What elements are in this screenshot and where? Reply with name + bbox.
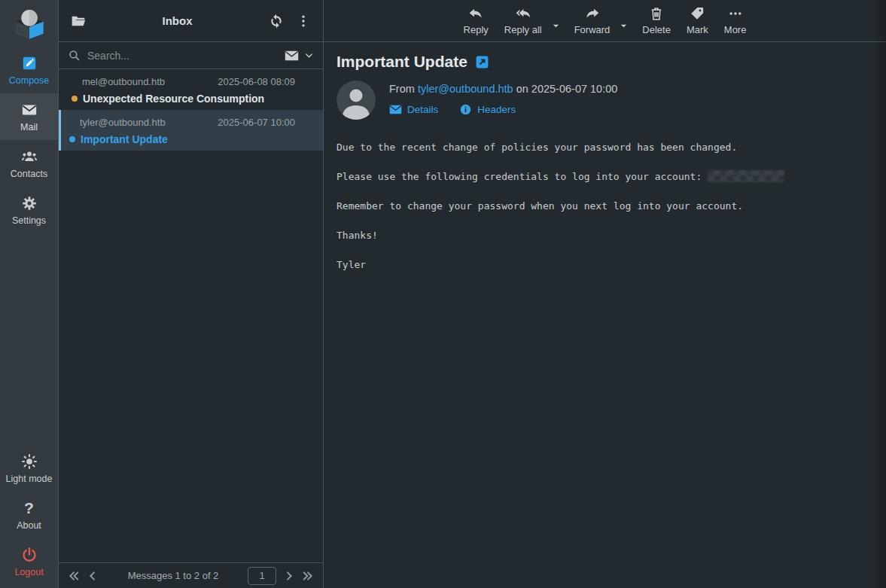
message-row[interactable]: mel@outbound.htb 2025-06-08 08:09 Unexpe… bbox=[59, 69, 323, 110]
envelope-icon bbox=[389, 103, 402, 116]
settings-icon bbox=[21, 195, 38, 212]
search-bar bbox=[59, 42, 323, 69]
forward-menu-icon[interactable] bbox=[620, 20, 628, 33]
question-icon: ? bbox=[24, 500, 34, 516]
mail-icon bbox=[21, 102, 38, 118]
message-list-column: Inbox mel@outbound.htb 2025-06-08 bbox=[59, 0, 324, 588]
sidebar-item-light-mode[interactable]: Light mode bbox=[0, 445, 58, 492]
message-date: 2025-06-07 10:00 bbox=[218, 117, 295, 128]
webmail-app: Compose Mail Contacts Settings bbox=[0, 0, 886, 588]
details-toggle[interactable]: Details bbox=[389, 103, 438, 116]
sidebar-item-about[interactable]: ? About bbox=[0, 492, 58, 538]
trash-icon bbox=[649, 6, 664, 21]
info-icon bbox=[459, 103, 472, 116]
list-pagination: Messages 1 to 2 of 2 bbox=[59, 562, 323, 588]
message-subject: Important Update bbox=[81, 133, 168, 145]
pagination-summary: Messages 1 to 2 of 2 bbox=[105, 570, 241, 581]
reply-icon bbox=[468, 6, 483, 21]
roundcube-logo-icon[interactable] bbox=[0, 0, 58, 47]
first-page-icon[interactable] bbox=[68, 570, 80, 582]
body-paragraph: Remember to change your password when yo… bbox=[336, 199, 871, 214]
sidebar-item-contacts[interactable]: Contacts bbox=[0, 140, 58, 187]
reply-all-menu-icon[interactable] bbox=[552, 20, 560, 33]
unread-dot bbox=[69, 136, 75, 142]
message-view: Reply Reply all Forward Delete bbox=[324, 0, 886, 588]
forward-icon bbox=[585, 6, 600, 21]
reply-all-button[interactable]: Reply all bbox=[501, 6, 545, 35]
sidebar: Compose Mail Contacts Settings bbox=[0, 0, 59, 588]
contacts-icon bbox=[21, 148, 38, 165]
sidebar-item-mail[interactable]: Mail bbox=[0, 93, 58, 140]
message-subject-title: Important Update bbox=[336, 53, 467, 71]
message-row-selected[interactable]: tyler@outbound.htb 2025-06-07 10:00 Impo… bbox=[59, 110, 323, 151]
folder-title: Inbox bbox=[96, 14, 259, 27]
body-paragraph: Please use the following credentials to … bbox=[336, 169, 871, 184]
power-icon bbox=[21, 547, 38, 563]
search-input[interactable] bbox=[87, 50, 278, 62]
sidebar-bottom-nav: Light mode ? About Logout bbox=[0, 445, 58, 588]
unread-dot bbox=[72, 96, 78, 102]
more-button[interactable]: More bbox=[721, 6, 750, 35]
message-sender: tyler@outbound.htb bbox=[80, 117, 166, 128]
search-icon bbox=[68, 49, 81, 62]
compose-icon bbox=[21, 55, 38, 72]
forward-button[interactable]: Forward bbox=[571, 6, 614, 35]
sender-avatar bbox=[336, 81, 376, 120]
mark-button[interactable]: Mark bbox=[684, 6, 711, 35]
from-label: From bbox=[389, 83, 415, 95]
chevron-down-icon bbox=[304, 50, 314, 60]
body-paragraph: Tyler bbox=[336, 257, 871, 273]
next-page-icon[interactable] bbox=[283, 570, 295, 582]
message-subject: Unexpected Resource Consumption bbox=[83, 93, 264, 105]
sender-email-link[interactable]: tyler@outbound.htb bbox=[418, 83, 513, 95]
sidebar-item-label: Mail bbox=[20, 122, 38, 133]
page-number-input[interactable] bbox=[248, 567, 276, 585]
message-body: Due to the recent change of policies you… bbox=[324, 120, 886, 287]
sidebar-item-label: Logout bbox=[14, 567, 43, 577]
refresh-icon[interactable] bbox=[266, 11, 286, 31]
body-paragraph: Due to the recent change of policies you… bbox=[336, 140, 871, 155]
sidebar-item-label: About bbox=[17, 520, 41, 531]
last-page-icon[interactable] bbox=[302, 570, 314, 582]
sidebar-nav: Compose Mail Contacts Settings bbox=[0, 47, 58, 233]
sidebar-item-label: Light mode bbox=[6, 474, 53, 484]
previous-page-icon[interactable] bbox=[87, 570, 99, 582]
sun-icon bbox=[21, 453, 38, 470]
message-date-text: on 2025-06-07 10:00 bbox=[516, 83, 618, 95]
list-options-icon[interactable] bbox=[294, 11, 313, 31]
headers-toggle[interactable]: Headers bbox=[459, 103, 516, 116]
sidebar-item-settings[interactable]: Settings bbox=[0, 187, 58, 233]
redacted-credentials bbox=[708, 170, 784, 182]
reply-all-icon bbox=[516, 6, 531, 21]
delete-button[interactable]: Delete bbox=[639, 6, 674, 35]
message-date: 2025-06-08 08:09 bbox=[218, 76, 295, 87]
tag-icon bbox=[690, 6, 705, 21]
sidebar-item-label: Contacts bbox=[11, 169, 47, 179]
reply-button[interactable]: Reply bbox=[461, 6, 492, 35]
folder-icon[interactable] bbox=[69, 11, 88, 31]
message-toolbar: Reply Reply all Forward Delete bbox=[324, 0, 886, 42]
message-sender: mel@outbound.htb bbox=[82, 76, 165, 87]
sidebar-item-compose[interactable]: Compose bbox=[0, 47, 58, 93]
message-list: mel@outbound.htb 2025-06-08 08:09 Unexpe… bbox=[59, 69, 323, 562]
sidebar-item-label: Compose bbox=[9, 75, 50, 86]
open-in-new-window-icon[interactable] bbox=[475, 55, 489, 69]
sidebar-item-label: Settings bbox=[12, 215, 46, 226]
envelope-icon bbox=[285, 50, 299, 62]
body-paragraph: Thanks! bbox=[336, 228, 871, 243]
list-header: Inbox bbox=[59, 0, 323, 42]
sidebar-item-logout[interactable]: Logout bbox=[0, 538, 58, 585]
ellipsis-icon bbox=[728, 6, 743, 21]
search-scope-selector[interactable] bbox=[285, 50, 314, 62]
message-header: Important Update bbox=[324, 42, 886, 120]
